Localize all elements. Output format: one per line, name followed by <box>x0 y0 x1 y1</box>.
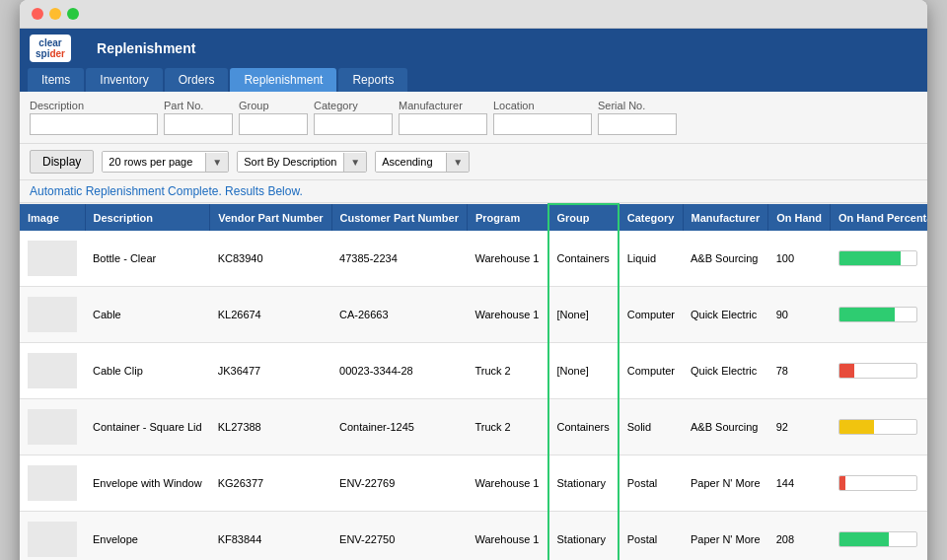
toolbar: Display 20 rows per page 50 rows per pag… <box>20 144 927 180</box>
col-image: Image <box>20 204 85 231</box>
cell-group: Containers <box>548 399 619 455</box>
cell-program: Warehouse 1 <box>467 231 547 287</box>
table-area: Image Description Vendor Part Number Cus… <box>20 203 927 560</box>
cell-customer-part: 47385-2234 <box>331 231 467 287</box>
filter-manufacturer-label: Manufacturer <box>399 100 487 111</box>
cell-image <box>20 343 85 399</box>
order-select-wrapper: Ascending Descending ▼ <box>375 151 470 173</box>
cell-description: Cable Clip <box>85 343 210 399</box>
rows-per-page-select[interactable]: 20 rows per page 50 rows per page 100 ro… <box>103 152 205 172</box>
cell-vendor-part: JK36477 <box>210 343 331 399</box>
cell-on-hand-pct <box>831 287 927 343</box>
progress-bar-container <box>838 363 917 379</box>
cell-program: Truck 2 <box>467 399 547 455</box>
cell-customer-part: Container-1245 <box>331 399 467 455</box>
cell-vendor-part: KC83940 <box>210 231 331 287</box>
cell-manufacturer: Paper N' More <box>683 512 768 561</box>
tab-reports[interactable]: Reports <box>338 68 407 92</box>
filter-bar: Description Part No. Group Category Manu… <box>20 92 927 144</box>
cell-description: Cable <box>85 287 210 343</box>
cell-on-hand-pct <box>831 343 927 399</box>
maximize-button[interactable] <box>67 8 79 20</box>
progress-bar <box>839 364 855 378</box>
logo-clear: clear <box>38 37 61 48</box>
cell-manufacturer: Paper N' More <box>683 455 768 512</box>
progress-bar <box>839 476 845 490</box>
cell-category: Liquid <box>619 231 683 287</box>
col-group: Group <box>548 204 619 231</box>
cell-customer-part: ENV-22769 <box>331 455 467 512</box>
filter-manufacturer-input[interactable] <box>399 113 487 135</box>
logo-spider: spider <box>36 48 65 59</box>
cell-customer-part: 00023-3344-28 <box>331 343 467 399</box>
cell-description: Container - Square Lid <box>85 399 210 455</box>
filter-category-input[interactable] <box>314 113 393 135</box>
cell-description: Envelope <box>85 512 210 561</box>
cell-program: Truck 2 <box>467 343 547 399</box>
col-program: Program <box>467 204 547 231</box>
cell-category: Computer <box>619 343 683 399</box>
cell-vendor-part: KG26377 <box>210 455 331 512</box>
sort-by-arrow-icon: ▼ <box>343 153 366 172</box>
filter-location-input[interactable] <box>493 113 592 135</box>
table-row: Cable Clip JK36477 00023-3344-28 Truck 2… <box>20 343 927 399</box>
tab-inventory[interactable]: Inventory <box>86 68 162 92</box>
table-row: Envelope KF83844 ENV-22750 Warehouse 1 S… <box>20 512 927 561</box>
cell-vendor-part: KL26674 <box>210 287 331 343</box>
tab-orders[interactable]: Orders <box>165 68 229 92</box>
page-title: Replenishment <box>81 33 927 64</box>
cell-image <box>20 399 85 455</box>
order-arrow-icon: ▼ <box>446 153 469 172</box>
filter-group-input[interactable] <box>239 113 308 135</box>
filter-manufacturer-field: Manufacturer <box>399 100 487 135</box>
cell-image <box>20 512 85 561</box>
cell-image <box>20 455 85 512</box>
display-button[interactable]: Display <box>30 150 94 174</box>
tab-items[interactable]: Items <box>28 68 84 92</box>
col-on-hand-pct: On Hand Percentage <box>831 204 927 231</box>
cell-vendor-part: KL27388 <box>210 399 331 455</box>
table-row: Container - Square Lid KL27388 Container… <box>20 399 927 455</box>
col-description: Description <box>85 204 210 231</box>
cell-on-hand: 144 <box>768 455 831 512</box>
progress-bar-container <box>838 307 917 322</box>
cell-group: Containers <box>548 231 619 287</box>
inventory-table: Image Description Vendor Part Number Cus… <box>20 203 927 560</box>
progress-bar <box>839 308 895 321</box>
minimize-button[interactable] <box>49 8 61 20</box>
logo-area: clear spider <box>20 29 81 68</box>
sort-by-select[interactable]: Sort By Description Sort By Part No. Sor… <box>238 152 343 172</box>
close-button[interactable] <box>32 8 43 20</box>
tab-replenishment[interactable]: Replenishment <box>230 68 336 92</box>
filter-serial-field: Serial No. <box>598 100 677 135</box>
filter-serial-label: Serial No. <box>598 100 677 111</box>
order-select[interactable]: Ascending Descending <box>376 152 446 172</box>
filter-partno-input[interactable] <box>164 113 233 135</box>
filter-description-label: Description <box>30 100 158 111</box>
rows-per-page-arrow-icon: ▼ <box>205 153 228 172</box>
col-category: Category <box>619 204 683 231</box>
cell-category: Computer <box>619 287 683 343</box>
col-manufacturer: Manufacturer <box>683 204 768 231</box>
cell-description: Bottle - Clear <box>85 231 210 287</box>
cell-on-hand: 92 <box>768 399 831 455</box>
col-on-hand: On Hand <box>768 204 831 231</box>
cell-on-hand-pct <box>831 512 927 561</box>
cell-vendor-part: KF83844 <box>210 512 331 561</box>
filter-group-field: Group <box>239 100 308 135</box>
table-row: Cable KL26674 CA-26663 Warehouse 1 [None… <box>20 287 927 343</box>
cell-on-hand: 90 <box>768 287 831 343</box>
cell-on-hand-pct <box>831 399 927 455</box>
cell-manufacturer: A&B Sourcing <box>683 399 768 455</box>
filter-description-input[interactable] <box>30 113 158 135</box>
cell-program: Warehouse 1 <box>467 455 547 512</box>
app-header: clear spider Replenishment <box>20 29 927 68</box>
progress-bar-container <box>838 419 917 435</box>
progress-bar <box>839 420 874 434</box>
cell-manufacturer: A&B Sourcing <box>683 231 768 287</box>
cell-program: Warehouse 1 <box>467 287 547 343</box>
cell-on-hand: 78 <box>768 343 831 399</box>
filter-group-label: Group <box>239 100 308 111</box>
sort-by-select-wrapper: Sort By Description Sort By Part No. Sor… <box>237 151 367 173</box>
filter-serial-input[interactable] <box>598 113 677 135</box>
